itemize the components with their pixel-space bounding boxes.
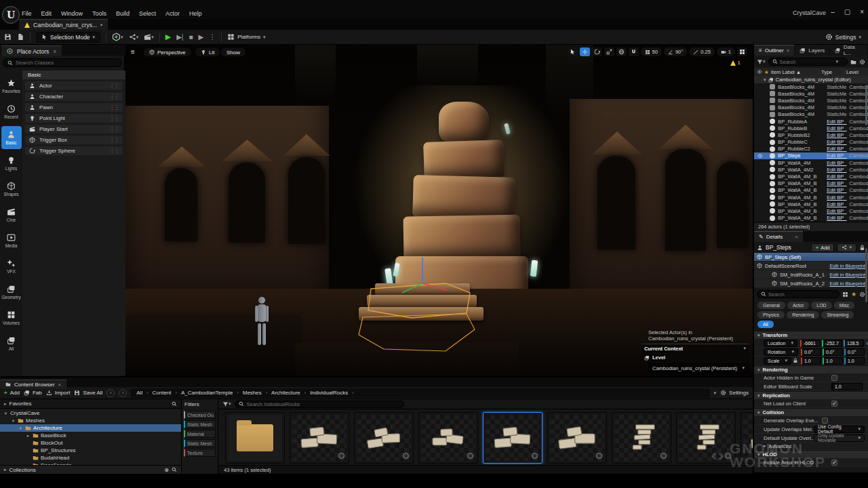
type-column[interactable]: Type [818, 69, 842, 75]
outliner-folder-icon[interactable] [850, 59, 856, 65]
asset-search-input[interactable] [247, 401, 382, 407]
update-overlaps-dropdown[interactable]: Use Config Default▾ [814, 426, 865, 433]
blueprint-edit-dropdown[interactable]: ▾ [837, 243, 856, 252]
breadcrumb-item[interactable]: Meshes [243, 390, 262, 396]
scale-dropdown[interactable]: Scale▾ [764, 357, 791, 365]
stop-button[interactable]: ■ [189, 33, 193, 41]
world-space-icon[interactable] [616, 47, 627, 56]
details-settings-icon[interactable] [859, 291, 865, 298]
filter-tag[interactable]: Checked Ou [184, 411, 216, 419]
placeable-actor-row[interactable]: Trigger Box ⋮⋮ [25, 136, 123, 144]
default-update-dropdown[interactable]: Only Update Movable▾ [814, 434, 865, 442]
item-label-column[interactable]: Item Label ▲ [771, 69, 802, 75]
actor-hidden-checkbox[interactable] [831, 375, 837, 381]
add-actor-dropdown[interactable]: ▾ [112, 33, 123, 41]
filter-tag[interactable]: Material [184, 430, 216, 438]
details-search-input[interactable] [768, 291, 829, 298]
scale-y[interactable]: 1.0 [823, 357, 843, 365]
asset-tile[interactable] [354, 412, 414, 464]
move-tool-icon[interactable] [580, 47, 590, 56]
component-row[interactable]: DefaultSceneRoot Edit in Blueprint [754, 262, 868, 270]
outliner-row[interactable]: BP_RubbleC Edit BP_ Cambodi [754, 139, 868, 146]
transform-section-header[interactable]: ▾Transform [754, 331, 868, 339]
rotation-z[interactable]: 0.0° [844, 348, 865, 356]
outliner-row[interactable]: BaseBlocks_4M StaticMe Cambodi [754, 83, 868, 90]
breadcrumb-item[interactable]: Content [153, 390, 172, 396]
edit-type-link[interactable]: Edit BP_ [827, 180, 849, 186]
component-row[interactable]: SM_IndiRocks_A_1 Edit in Blueprint [754, 270, 868, 279]
edit-type-link[interactable]: StaticMe [827, 104, 849, 110]
scale-snap-control[interactable]: 0.25 [689, 47, 715, 56]
menu-item[interactable]: Select [139, 10, 156, 17]
edit-type-link[interactable]: StaticMe [827, 91, 849, 97]
path-dropdown-icon[interactable]: ▾ [714, 390, 717, 396]
filter-tag[interactable]: Static Mesh [184, 420, 216, 428]
close-button[interactable]: × [860, 8, 864, 16]
play-options-kebab[interactable]: ⋮ [209, 33, 216, 41]
visibility-column-icon[interactable] [757, 69, 762, 75]
filter-chip[interactable]: All [757, 321, 774, 328]
tab-data-layers[interactable]: Data L... [830, 45, 867, 56]
outliner-row[interactable]: BP_WallA_4M_B Edit BP_ Cambodi [754, 187, 868, 194]
add-component-button[interactable]: +Add [811, 243, 835, 252]
outliner-row[interactable]: BP_WallA_4M_B Edit BP_ Cambodi [754, 207, 868, 214]
scale-tool-icon[interactable] [604, 47, 614, 56]
display-options-icon[interactable] [842, 291, 848, 298]
lock-icon[interactable] [859, 245, 865, 251]
place-actors-search[interactable] [3, 58, 122, 67]
edit-type-link[interactable]: StaticMe [827, 98, 849, 104]
edit-type-link[interactable]: StaticMe [827, 84, 849, 90]
recent-project-icon[interactable] [17, 33, 24, 41]
rotation-x[interactable]: 0.0° [801, 348, 821, 356]
outliner-row[interactable]: BaseBlocks_4M StaticMe Cambodi [754, 104, 868, 111]
surface-snap-icon[interactable] [629, 47, 639, 56]
replication-section-header[interactable]: ▾Replication [754, 391, 868, 399]
outliner-row[interactable]: BaseBlocks_4M StaticMe Cambodi [754, 111, 868, 118]
edit-type-link[interactable]: Edit BP_ [827, 160, 849, 166]
add-button[interactable]: +Add [4, 390, 20, 396]
folder-tree-row[interactable]: 3 BlockOut [0, 439, 181, 447]
location-x[interactable]: -6661 [800, 340, 821, 347]
collections-search-icon[interactable] [172, 467, 177, 472]
tab-close-icon[interactable]: × [53, 48, 56, 55]
asset-tile[interactable] [676, 412, 736, 464]
fab-button[interactable]: Fab [24, 390, 42, 396]
outliner-row[interactable]: BP_RubbleA Edit BP_ Cambodi [754, 118, 868, 125]
edit-in-blueprint-link[interactable]: Edit in Blueprint [829, 263, 865, 269]
category-item[interactable]: Geometry [1, 281, 22, 304]
edit-type-link[interactable]: Edit BP_ [827, 125, 849, 131]
import-button[interactable]: Import [46, 390, 71, 396]
rotation-snap-control[interactable]: 90° [664, 47, 687, 56]
rendering-section-header[interactable]: ▾Rendering [754, 365, 868, 373]
rotation-dropdown[interactable]: Rotation▾ [764, 348, 798, 356]
folder-tree-row[interactable]: 2 ▾ Architecture [0, 424, 181, 432]
scale-z[interactable]: 1.0 [844, 357, 865, 365]
category-item[interactable]: Lights [1, 152, 22, 175]
collections-add-icon[interactable]: ⊕ [164, 467, 169, 473]
outliner-row[interactable]: BP_WallA_4M2 Edit BP_ Cambodi [754, 166, 868, 173]
rotate-tool-icon[interactable] [592, 47, 602, 56]
include-hlod-checkbox[interactable]: ✓ [831, 460, 837, 466]
favorites-search-icon[interactable] [172, 401, 177, 407]
drag-grip-icon[interactable]: ⋮⋮ [109, 126, 119, 132]
advanced-expander[interactable]: ▸ Advanced [754, 443, 868, 450]
category-item[interactable]: All [1, 332, 22, 355]
pin-column-icon[interactable]: ★ [764, 69, 769, 75]
cinematics-dropdown[interactable]: ▾ [144, 33, 154, 41]
menu-item[interactable]: Window [61, 10, 83, 17]
details-close-icon[interactable]: × [795, 234, 798, 240]
maximize-button[interactable]: ▢ [844, 8, 850, 16]
filter-chip[interactable]: General [757, 302, 785, 309]
folder-tree-row[interactable]: 3 BP_Structures [0, 447, 181, 454]
filter-chip[interactable]: Physics [757, 311, 785, 319]
category-item[interactable]: Shapes [1, 178, 22, 201]
asset-tile[interactable] [225, 412, 285, 464]
lit-dropdown[interactable]: Lit [195, 47, 220, 57]
save-all-button[interactable]: Save All [74, 390, 102, 396]
edit-type-link[interactable]: Edit BP_ [827, 132, 849, 138]
folder-tree-row[interactable]: 3 ▸ BaseBlock [0, 432, 181, 439]
asset-tile[interactable] [612, 412, 671, 464]
place-actors-tab[interactable]: Place Actors × [1, 45, 62, 56]
blueprints-dropdown[interactable]: ▾ [129, 33, 139, 41]
category-item[interactable]: Media [1, 229, 22, 252]
